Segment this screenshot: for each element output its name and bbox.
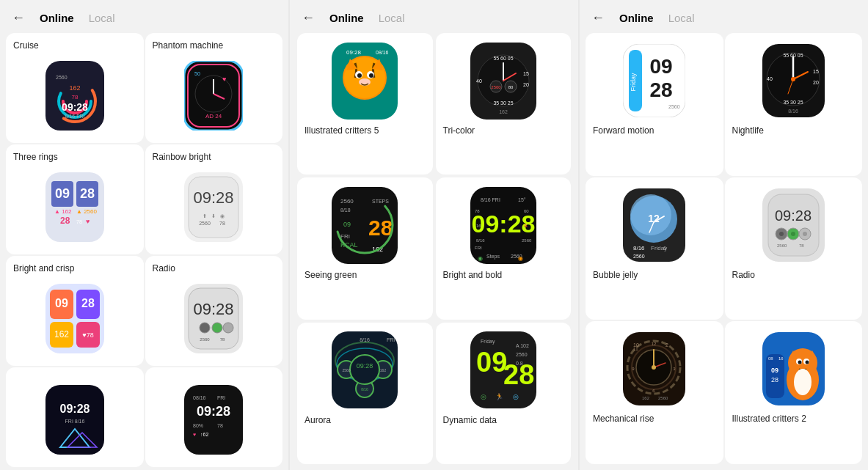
card-forward-motion[interactable]: 09 28 Friday 2560 Forward motion <box>586 33 723 176</box>
svg-point-176 <box>803 232 807 236</box>
svg-text:↑62: ↑62 <box>200 432 208 437</box>
watchface-critters2: 09 28 08 16 <box>762 332 825 405</box>
svg-text:8/16: 8/16 <box>788 109 798 114</box>
watchface-dynamic: Friday 09 28 A 102 2560 0.8 ◎ 🏃 ◎ <box>470 331 536 408</box>
svg-text:80: 80 <box>508 85 513 89</box>
tab-online-right[interactable]: Online <box>619 12 654 24</box>
svg-text:2560: 2560 <box>633 254 645 259</box>
svg-text:FRI: FRI <box>217 395 225 400</box>
svg-rect-29 <box>189 177 238 238</box>
card-seeing-green[interactable]: 2560 STEPS 8/18 09 28 FRI KCAL 162 Seein… <box>297 177 433 319</box>
watchface-mech-rise: 12 3 6 9 10 2 11 162 2560 <box>623 332 685 405</box>
svg-text:8/16: 8/16 <box>360 337 370 342</box>
svg-text:09:28: 09:28 <box>357 362 373 370</box>
svg-text:0.8: 0.8 <box>516 361 523 366</box>
watchface-nightlife: 55 60 05 40 15 20 35 30 25 8/16 <box>762 44 825 117</box>
left-header: ← Online Local <box>0 0 288 33</box>
card-phantom[interactable]: Phantom machine AD 24 50 ♥ <box>145 33 283 143</box>
watchface-btm-left: 09:28 FRI 8/16 <box>45 385 104 455</box>
tab-local-middle[interactable]: Local <box>379 12 405 24</box>
card-bright-crisp[interactable]: Bright and crisp 09 28 162 ♥78 <box>6 256 144 366</box>
svg-text:78: 78 <box>71 94 78 100</box>
watchface-forward-motion: 09 28 Friday 2560 <box>623 44 685 117</box>
svg-text:09:28: 09:28 <box>59 403 90 415</box>
right-panel: ← Online Local 09 28 Friday 2560 Forward… <box>580 0 868 470</box>
card-btm-right[interactable]: 08/16 FRI 09:28 80% ♥ ↑62 78 <box>145 367 283 467</box>
svg-text:35 30 25: 35 30 25 <box>493 100 513 106</box>
svg-text:2560: 2560 <box>668 104 680 109</box>
svg-text:09: 09 <box>55 186 70 201</box>
svg-point-156 <box>791 77 795 81</box>
card-dynamic-label: Dynamic data <box>443 415 497 425</box>
watchface-bright-crisp: 09 28 162 ♥78 <box>45 284 104 353</box>
svg-text:8/16: 8/16 <box>476 238 485 243</box>
svg-text:28: 28 <box>650 78 673 101</box>
watchface-btm-right: 08/16 FRI 09:28 80% ♥ ↑62 78 <box>184 385 243 455</box>
card-radio-left-label: Radio <box>153 263 175 273</box>
svg-text:2560: 2560 <box>658 396 668 400</box>
back-button-left[interactable]: ← <box>12 10 25 26</box>
card-tricolor-label: Tri-color <box>443 125 475 136</box>
svg-text:09: 09 <box>343 221 351 228</box>
svg-text:8/18: 8/18 <box>340 208 351 213</box>
svg-text:15: 15 <box>523 71 529 76</box>
back-button-middle[interactable]: ← <box>302 10 315 26</box>
watchface-cruise: 162 78 09:28 8/16 FRI 2560 <box>45 61 104 131</box>
card-forward-motion-label: Forward motion <box>593 125 654 136</box>
svg-text:16: 16 <box>778 356 784 361</box>
svg-text:20: 20 <box>523 82 529 87</box>
svg-text:28: 28 <box>60 216 70 226</box>
svg-text:▲ 2560: ▲ 2560 <box>76 208 97 215</box>
card-btm-left[interactable]: 09:28 FRI 8/16 <box>6 367 144 467</box>
card-critters5[interactable]: 09:28 08/16 Illustrated critters 5 <box>297 33 433 175</box>
watchface-aurora: 09:28 2560 162 8/16 8/16 FRI <box>332 331 398 408</box>
svg-rect-169 <box>768 194 819 256</box>
card-nightlife[interactable]: 55 60 05 40 15 20 35 30 25 8/16 Nightlif… <box>725 33 863 176</box>
tab-online-middle[interactable]: Online <box>329 12 364 24</box>
card-aurora[interactable]: 09:28 2560 162 8/16 8/16 FRI Aurora <box>297 323 433 464</box>
watchface-rainbow: 09:28 ⬆ ⬇ ◉ 2560 78 <box>184 172 243 242</box>
tab-online-left[interactable]: Online <box>40 12 74 24</box>
right-grid: 09 28 Friday 2560 Forward motion 55 60 0… <box>580 33 868 470</box>
svg-text:11: 11 <box>633 347 638 351</box>
tab-local-left[interactable]: Local <box>89 12 115 24</box>
card-bubble-jelly[interactable]: 12 8/16 Friday 2560 6 Bubble jelly <box>586 177 723 320</box>
card-aurora-label: Aurora <box>304 415 331 425</box>
card-radio-right[interactable]: 09:28 2560 78 Radio <box>725 177 863 320</box>
watchface-phantom: AD 24 50 ♥ <box>184 61 243 131</box>
svg-text:28: 28 <box>368 216 393 240</box>
back-button-right[interactable]: ← <box>591 10 605 26</box>
svg-text:2560: 2560 <box>340 198 354 205</box>
svg-point-202 <box>798 361 801 364</box>
svg-text:09:28: 09:28 <box>775 208 812 224</box>
svg-text:A: A <box>524 223 528 228</box>
card-tricolor[interactable]: 55 60 05 35 30 25 40 15 20 2560 80 162 T… <box>436 33 572 175</box>
card-rainbow[interactable]: Rainbow bright 09:28 ⬆ ⬇ ◉ 2560 78 <box>145 144 283 254</box>
svg-rect-46 <box>189 288 238 349</box>
svg-text:09:28: 09:28 <box>346 49 362 56</box>
middle-header: ← Online Local <box>290 0 578 33</box>
card-dynamic[interactable]: Friday 09 28 A 102 2560 0.8 ◎ 🏃 ◎ Dynami… <box>436 323 572 464</box>
svg-text:FRI  8/16: FRI 8/16 <box>65 419 84 424</box>
card-bright-bold-label: Bright and bold <box>443 270 503 280</box>
svg-point-72 <box>369 73 373 78</box>
svg-text:08/16: 08/16 <box>376 50 389 55</box>
card-critters2[interactable]: 09 28 08 16 Illustrated critters 2 <box>725 321 863 464</box>
svg-text:2560: 2560 <box>199 221 211 226</box>
tab-local-right[interactable]: Local <box>668 12 695 24</box>
card-mech-rise[interactable]: 12 3 6 9 10 2 11 162 2560 Mechanical ris… <box>586 321 723 464</box>
card-cruise[interactable]: Cruise 162 78 09:28 8/16 FRI 2560 <box>6 33 144 143</box>
svg-text:♥: ♥ <box>193 432 196 437</box>
svg-point-123 <box>350 355 379 384</box>
svg-point-189 <box>652 365 656 370</box>
card-bright-bold[interactable]: 8/16 FRI 15° 78 60 09:28 16 A 8/16 2560 … <box>436 177 572 319</box>
svg-text:8/16 FRI: 8/16 FRI <box>481 197 500 202</box>
svg-text:2560: 2560 <box>56 75 68 80</box>
svg-text:08/16: 08/16 <box>193 395 206 400</box>
card-radio-left[interactable]: Radio 09:28 2560 78 <box>145 256 283 366</box>
svg-text:2560: 2560 <box>491 85 501 89</box>
watchface-radio-left: 09:28 2560 78 <box>184 284 243 353</box>
svg-text:12: 12 <box>652 342 657 346</box>
svg-text:78: 78 <box>219 221 225 226</box>
card-three-rings[interactable]: Three rings 09 28 ▲ 162 ▲ 2560 28 78 ♥ <box>6 144 144 254</box>
